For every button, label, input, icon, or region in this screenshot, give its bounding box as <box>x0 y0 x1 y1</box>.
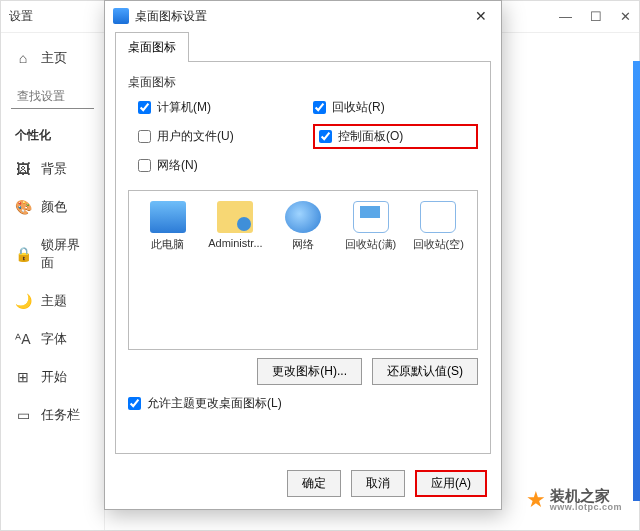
checkbox-recycle-input[interactable] <box>313 101 326 114</box>
maximize-button[interactable]: ☐ <box>590 9 602 24</box>
sidebar-item-label: 颜色 <box>41 198 67 216</box>
watermark-text-block: 装机之家 www.lotpc.com <box>550 488 622 512</box>
sidebar-item-background[interactable]: 🖼 背景 <box>1 150 104 188</box>
recycle-full-icon <box>353 201 389 233</box>
lock-icon: 🔒 <box>15 246 31 262</box>
desktop-icons-group: 桌面图标 计算机(M) 回收站(R) 用户的文件(U) 控制面 <box>128 74 478 174</box>
checkbox-controlpanel-input[interactable] <box>319 130 332 143</box>
checkbox-control-panel[interactable]: 控制面板(O) <box>319 128 403 145</box>
star-icon: ★ <box>526 487 546 513</box>
watermark-url: www.lotpc.com <box>550 503 622 512</box>
sidebar-item-label: 锁屏界面 <box>41 236 90 272</box>
sidebar-item-label: 字体 <box>41 330 67 348</box>
sidebar-item-label: 主页 <box>41 49 67 67</box>
sidebar-item-label: 背景 <box>41 160 67 178</box>
preview-label: 此电脑 <box>151 237 184 252</box>
settings-title: 设置 <box>9 8 33 25</box>
sidebar-item-label: 开始 <box>41 368 67 386</box>
desktop-icon-settings-dialog: 桌面图标设置 ✕ 桌面图标 桌面图标 计算机(M) 回收站(R) 用户的文件(U… <box>104 0 502 510</box>
home-icon: ⌂ <box>15 50 31 66</box>
sidebar-item-taskbar[interactable]: ▭ 任务栏 <box>1 396 104 434</box>
network-icon <box>285 201 321 233</box>
preview-this-pc[interactable]: 此电脑 <box>138 201 198 252</box>
dialog-titlebar: 桌面图标设置 ✕ <box>105 1 501 31</box>
apply-button[interactable]: 应用(A) <box>415 470 487 497</box>
palette-icon: 🎨 <box>15 199 31 215</box>
sidebar-home[interactable]: ⌂ 主页 <box>1 39 104 77</box>
preview-recycle-full[interactable]: 回收站(满) <box>341 201 401 252</box>
watermark: ★ 装机之家 www.lotpc.com <box>526 487 622 513</box>
checkbox-userfiles-input[interactable] <box>138 130 151 143</box>
sidebar-item-label: 任务栏 <box>41 406 80 424</box>
settings-sidebar: ⌂ 主页 个性化 🖼 背景 🎨 颜色 🔒 锁屏界面 🌙 主题 <box>1 33 105 530</box>
group-title: 桌面图标 <box>128 74 478 91</box>
icon-action-buttons: 更改图标(H)... 还原默认值(S) <box>128 358 478 385</box>
checkbox-user-files[interactable]: 用户的文件(U) <box>138 124 303 149</box>
pc-icon <box>150 201 186 233</box>
search-container <box>11 83 94 109</box>
preview-label: 网络 <box>292 237 314 252</box>
sidebar-item-lockscreen[interactable]: 🔒 锁屏界面 <box>1 226 104 282</box>
picture-icon: 🖼 <box>15 161 31 177</box>
checkbox-recycle-bin[interactable]: 回收站(R) <box>313 99 478 116</box>
theme-icon: 🌙 <box>15 293 31 309</box>
checkbox-label: 控制面板(O) <box>338 128 403 145</box>
highlighted-control-panel: 控制面板(O) <box>313 124 478 149</box>
checkbox-label: 网络(N) <box>157 157 198 174</box>
sidebar-item-label: 主题 <box>41 292 67 310</box>
preview-network[interactable]: 网络 <box>273 201 333 252</box>
checkbox-label: 回收站(R) <box>332 99 385 116</box>
preview-recycle-empty[interactable]: 回收站(空) <box>408 201 468 252</box>
cancel-button[interactable]: 取消 <box>351 470 405 497</box>
taskbar-icon: ▭ <box>15 407 31 423</box>
sidebar-item-colors[interactable]: 🎨 颜色 <box>1 188 104 226</box>
sidebar-item-fonts[interactable]: ᴬA 字体 <box>1 320 104 358</box>
change-icon-button[interactable]: 更改图标(H)... <box>257 358 362 385</box>
dialog-button-row: 确定 取消 应用(A) <box>105 462 501 509</box>
sidebar-item-themes[interactable]: 🌙 主题 <box>1 282 104 320</box>
watermark-text: 装机之家 <box>550 488 622 503</box>
icon-preview-pane: 此电脑 Administr... 网络 回收站(满) 回收站(空) <box>128 190 478 350</box>
checkbox-label: 用户的文件(U) <box>157 128 234 145</box>
checkbox-grid: 计算机(M) 回收站(R) 用户的文件(U) 控制面板(O) <box>128 99 478 174</box>
checkbox-computer[interactable]: 计算机(M) <box>138 99 303 116</box>
preview-label: Administr... <box>208 237 262 249</box>
accent-edge <box>633 61 640 501</box>
restore-default-button[interactable]: 还原默认值(S) <box>372 358 478 385</box>
minimize-button[interactable]: — <box>559 9 572 24</box>
checkbox-network-input[interactable] <box>138 159 151 172</box>
font-icon: ᴬA <box>15 331 31 347</box>
checkbox-allow-themes[interactable]: 允许主题更改桌面图标(L) <box>128 395 478 412</box>
checkbox-label: 计算机(M) <box>157 99 211 116</box>
ok-button[interactable]: 确定 <box>287 470 341 497</box>
search-input[interactable] <box>11 83 94 109</box>
allow-themes-row: 允许主题更改桌面图标(L) <box>128 395 478 412</box>
recycle-empty-icon <box>420 201 456 233</box>
dialog-title: 桌面图标设置 <box>135 8 207 25</box>
preview-user-folder[interactable]: Administr... <box>205 201 265 249</box>
tab-desktop-icons[interactable]: 桌面图标 <box>115 32 189 62</box>
dialog-tabs: 桌面图标 <box>105 31 501 61</box>
start-icon: ⊞ <box>15 369 31 385</box>
dialog-content: 桌面图标 计算机(M) 回收站(R) 用户的文件(U) 控制面 <box>115 61 491 454</box>
preview-label: 回收站(空) <box>413 237 464 252</box>
checkbox-computer-input[interactable] <box>138 101 151 114</box>
checkbox-network[interactable]: 网络(N) <box>138 157 303 174</box>
dialog-icon <box>113 8 129 24</box>
checkbox-label: 允许主题更改桌面图标(L) <box>147 395 282 412</box>
sidebar-item-start[interactable]: ⊞ 开始 <box>1 358 104 396</box>
checkbox-allow-themes-input[interactable] <box>128 397 141 410</box>
dialog-close-button[interactable]: ✕ <box>469 8 493 24</box>
close-button[interactable]: ✕ <box>620 9 631 24</box>
folder-icon <box>217 201 253 233</box>
window-controls: — ☐ ✕ <box>559 9 631 24</box>
sidebar-section-personalization: 个性化 <box>1 117 104 150</box>
preview-label: 回收站(满) <box>345 237 396 252</box>
